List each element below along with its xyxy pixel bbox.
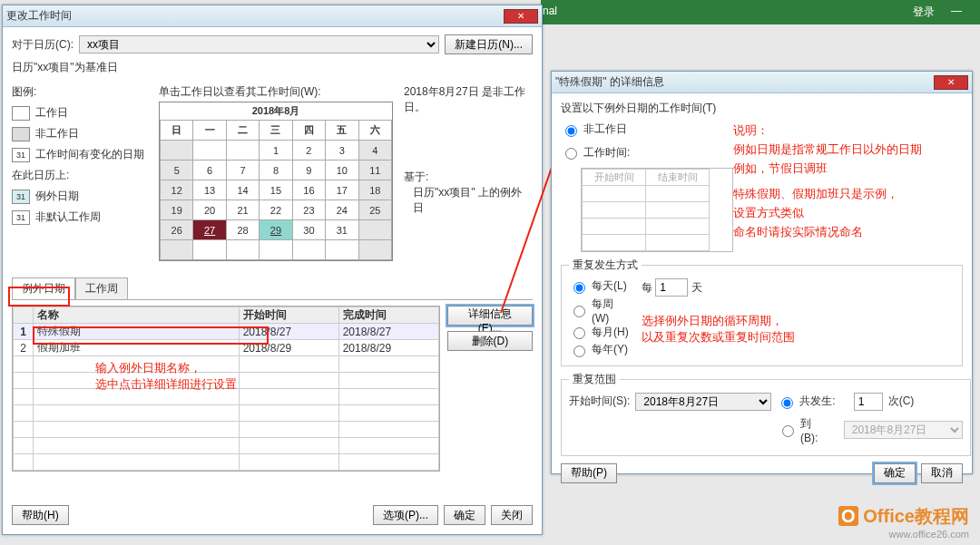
tab-exceptions[interactable]: 例外日期 — [12, 277, 75, 299]
radio-monthly[interactable]: 每月(H) — [569, 325, 629, 340]
win2-title: "特殊假期" 的详细信息 — [555, 74, 664, 90]
note-l5: 命名时请按实际情况命名 — [733, 223, 960, 242]
legend-exception: 例外日期 — [35, 189, 79, 204]
table-row: 2 假期加班 2018/8/29 2018/8/29 — [14, 340, 439, 356]
win1-title: 更改工作时间 — [6, 8, 72, 24]
note-l1: 例如日期是指常规工作日以外的日期 — [733, 141, 960, 160]
app-ribbon-bg: nal 登录 — — [541, 0, 980, 24]
calendar-select[interactable]: xx项目 — [79, 35, 439, 54]
legend-customweek-icon: 31 — [12, 210, 30, 225]
month-calendar[interactable]: 2018年8月 日 一 二 三 四 五 六 1234 567891011 — [159, 102, 393, 261]
note-l2: 例如，节假日调班 — [733, 160, 960, 179]
every-input[interactable] — [655, 278, 688, 297]
tab-workweeks[interactable]: 工作周 — [75, 277, 128, 299]
dow-fri: 五 — [326, 121, 358, 141]
legend-work-icon — [12, 106, 30, 121]
dow-thu: 四 — [292, 121, 325, 141]
options-button[interactable]: 选项(P)... — [373, 505, 438, 525]
col-end: 完成时间 — [338, 307, 438, 324]
occur-unit: 次(C) — [888, 394, 915, 409]
recurrence-fieldset: 重复发生方式 每天(L) 每周(W) 每月(H) 每年(Y) 每 天 选择例外日… — [561, 258, 963, 366]
close-icon[interactable]: ✕ — [934, 75, 968, 90]
help-button-2[interactable]: 帮助(P) — [561, 463, 617, 483]
note-l3: 特殊假期、假期加班只是示例， — [733, 185, 960, 204]
legend-work: 工作日 — [35, 105, 68, 121]
radio-daily[interactable]: 每天(L) — [569, 278, 627, 294]
range-title: 重复范围 — [569, 372, 620, 387]
grid-col-end: 结束时间 — [646, 170, 710, 186]
legend-nonwork: 非工作日 — [35, 126, 79, 141]
legend-changed: 工作时间有变化的日期 — [35, 147, 144, 162]
legend-title: 图例: — [12, 84, 148, 100]
dow-mon: 一 — [193, 121, 226, 141]
table-row: 1 特殊假期 2018/8/27 2018/8/27 — [14, 324, 439, 340]
every-label: 每 — [642, 281, 652, 294]
radio-until[interactable]: 到(B): — [778, 416, 826, 444]
ok-button[interactable]: 确定 — [444, 505, 485, 525]
ok-button-2[interactable]: 确定 — [874, 463, 916, 483]
delete-button[interactable]: 删除(D) — [447, 331, 533, 351]
radio-yearly[interactable]: 每年(Y) — [569, 342, 628, 357]
worktime-grid: 开始时间结束时间 — [581, 168, 733, 252]
calendar-for-label: 对于日历(C): — [12, 37, 74, 53]
note-title: 说明： — [733, 122, 960, 141]
annot-text-2: 选中点击详细详细进行设置 — [95, 376, 237, 393]
dow-wed: 三 — [260, 121, 292, 141]
annot-text-1: 输入例外日期名称， — [95, 360, 201, 376]
radio-occurrences[interactable]: 共发生: — [777, 394, 835, 409]
legend-exception-icon: 31 — [12, 190, 30, 204]
occur-input[interactable] — [854, 393, 883, 411]
col-start: 开始时间 — [239, 307, 338, 324]
based-on-value: 日历"xx项目" 上的例外日 — [413, 185, 531, 216]
login-link[interactable]: 登录 — [913, 5, 935, 20]
radio-worktime[interactable]: 工作时间: — [561, 145, 630, 161]
close-icon[interactable]: ✕ — [504, 9, 538, 24]
watermark-url: www.office26.com — [838, 529, 969, 540]
click-hint: 单击工作日以查看其工作时间(W): — [159, 84, 393, 100]
dow-sat: 六 — [358, 121, 391, 141]
day-info: 2018年8月27日 是非工作日。 — [404, 84, 531, 115]
every-unit: 天 — [691, 281, 702, 294]
grid-col-start: 开始时间 — [583, 170, 646, 186]
dow-sun: 日 — [161, 121, 193, 141]
legend-customweek: 非默认工作周 — [35, 209, 101, 225]
recur-note2: 以及重复次数或重复时间范围 — [642, 329, 795, 345]
cancel-button-2[interactable]: 取消 — [921, 463, 963, 483]
col-name: 名称 — [34, 307, 240, 324]
help-button[interactable]: 帮助(H) — [12, 505, 69, 525]
details-button[interactable]: 详细信息(E)... — [447, 306, 533, 326]
base-calendar-line: 日历"xx项目"为基准日 — [12, 60, 533, 75]
watermark: O Office教程网 www.office26.com — [838, 504, 969, 540]
until-date-select[interactable]: 2018年8月27日 — [844, 421, 964, 439]
based-on-label: 基于: — [404, 170, 531, 185]
start-label: 开始时间(S): — [569, 394, 630, 409]
radio-weekly[interactable]: 每周(W) — [569, 297, 629, 325]
new-calendar-button[interactable]: 新建日历(N)... — [445, 34, 533, 54]
note-l4: 设置方式类似 — [733, 204, 960, 223]
minimize-button[interactable]: — — [951, 5, 962, 17]
calendar-month-title: 2018年8月 — [160, 102, 392, 120]
close-button[interactable]: 关闭 — [491, 505, 533, 525]
range-fieldset: 重复范围 开始时间(S): 2018年8月27日 共发生: 次(C) 到(B):… — [561, 372, 971, 456]
recur-note1: 选择例外日期的循环周期， — [642, 313, 795, 329]
on-this-cal: 在此日历上: — [12, 168, 148, 183]
hidden-text: nal — [543, 5, 557, 17]
radio-nonwork[interactable]: 非工作日 — [561, 122, 627, 137]
watermark-brand: Office教程网 — [863, 506, 969, 526]
dow-tue: 二 — [226, 121, 259, 141]
legend-changed-icon: 31 — [12, 148, 30, 162]
legend-nonwork-icon — [12, 127, 30, 141]
set-times-label: 设置以下例外日期的工作时间(T) — [561, 101, 963, 116]
recurrence-title: 重复发生方式 — [569, 258, 642, 273]
start-date-select[interactable]: 2018年8月27日 — [635, 393, 771, 411]
